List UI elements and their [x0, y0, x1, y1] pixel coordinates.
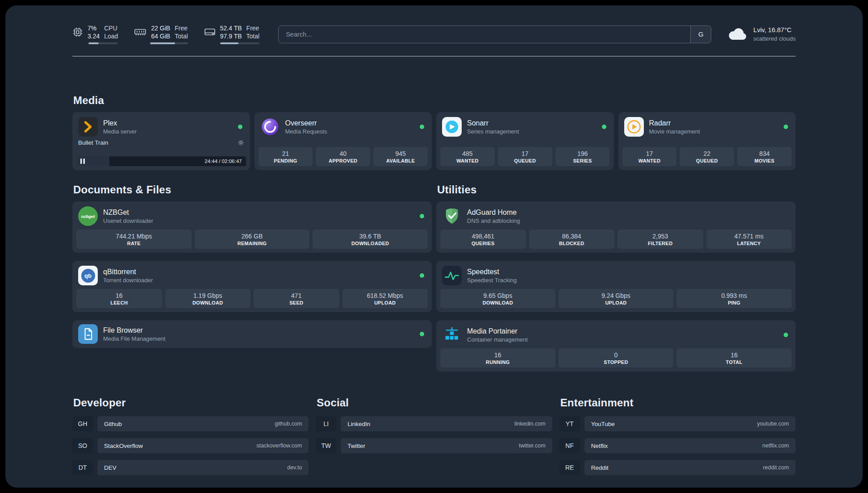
memory-label-2: Total	[175, 32, 188, 40]
service-name: AdGuard Home	[467, 208, 520, 217]
service-name: Radarr	[649, 119, 700, 128]
speedtest-pulse-icon	[442, 266, 462, 285]
bookmark-youtube[interactable]: YT YouTube youtube.com	[559, 416, 796, 431]
bookmark-name: Github	[104, 421, 122, 427]
documents-section-title: Documents & Files	[73, 184, 432, 196]
nzbget-link[interactable]: nzbget NZBGet Usenet downloader	[76, 205, 428, 227]
stat-leech: 16 LEECH	[76, 289, 162, 308]
radarr-link[interactable]: Radarr Movie management	[622, 116, 792, 138]
cpu-label-2: Load	[104, 32, 118, 40]
memory-labels: Free Total	[175, 24, 188, 40]
qbittorrent-icon: qb	[78, 266, 98, 285]
status-indicator	[602, 125, 606, 129]
bookmark-abbr: RE	[559, 460, 580, 475]
bookmark-domain: linkedin.com	[514, 421, 545, 427]
status-indicator	[238, 125, 242, 129]
developer-section-title: Developer	[73, 397, 309, 409]
disk-widget: 52.4 TB 97.9 TB Free Total	[204, 24, 259, 44]
bookmark-github[interactable]: GH Github github.com	[72, 416, 309, 431]
adguard-stats: 498,461 QUERIES 86,384 BLOCKED 2,953 FIL…	[440, 230, 792, 249]
status-indicator	[420, 273, 424, 278]
sonarr-link[interactable]: Sonarr Series management	[440, 116, 610, 138]
nzbget-stats: 744.21 Mbps RATE 266 GB REMAINING 39.6 T…	[76, 230, 428, 249]
search-provider-button[interactable]: G	[690, 26, 711, 43]
stat-download: 9.65 Gbps DOWNLOAD	[440, 289, 555, 308]
card-speedtest: Speedtest Speedtest Tracking 9.65 Gbps D…	[436, 261, 796, 312]
bookmark-bar: LinkedIn linkedin.com	[341, 416, 552, 431]
disk-free: 52.4 TB	[220, 24, 242, 32]
bookmarks-entertainment: Entertainment YT YouTube youtube.com NF …	[559, 397, 796, 482]
now-playing-title: Bullet Train	[78, 139, 108, 146]
cpu-values: 7% 3.24	[88, 24, 100, 40]
bookmark-name: Reddit	[591, 464, 609, 471]
bookmarks-developer: Developer GH Github github.com SO StackO…	[72, 397, 309, 482]
portainer-crane-icon	[442, 325, 462, 345]
social-section-title: Social	[317, 397, 552, 409]
cpu-widget: 7% 3.24 CPU Load	[72, 24, 118, 44]
bookmark-netflix[interactable]: NF Netflix netflix.com	[559, 438, 796, 453]
cpu-progress-fill	[88, 42, 99, 44]
pause-icon[interactable]	[80, 159, 85, 164]
bookmark-dev[interactable]: DT DEV dev.to	[72, 460, 309, 475]
cpu-usage: 7%	[88, 24, 100, 32]
gear-icon[interactable]	[238, 139, 244, 146]
disk-progress-fill	[220, 42, 239, 44]
disk-progress-bar	[220, 42, 259, 44]
service-name: Overseerr	[285, 119, 327, 128]
nzbget-icon-text: nzbget	[81, 214, 95, 219]
weather-location: Lviv, 16.87°C	[753, 26, 796, 35]
playback-progress-bar: 24:44 / 02:06:47	[76, 156, 246, 166]
bookmark-domain: dev.to	[287, 464, 302, 471]
stat-latency: 47.571 ms LATENCY	[706, 230, 792, 249]
search-input[interactable]	[279, 26, 690, 43]
status-indicator	[420, 332, 424, 336]
cpu-icon	[72, 27, 83, 38]
bookmark-abbr: DT	[72, 460, 93, 475]
card-radarr: Radarr Movie management 17 WANTED 22 QUE…	[618, 112, 796, 170]
stat-rate: 744.21 Mbps RATE	[76, 230, 192, 249]
portainer-link[interactable]: Media Portainer Container management	[440, 324, 792, 346]
plex-link[interactable]: Plex Media server	[76, 116, 246, 138]
bookmark-abbr: NF	[559, 438, 580, 453]
bookmark-stackoverflow[interactable]: SO StackOverflow stackoverflow.com	[72, 438, 309, 453]
bookmark-domain: youtube.com	[757, 421, 789, 427]
speedtest-link[interactable]: Speedtest Speedtest Tracking	[440, 265, 792, 286]
status-indicator	[784, 125, 788, 129]
service-subtitle: Series management	[467, 128, 519, 135]
weather-condition: scattered clouds	[753, 35, 796, 43]
cpu-labels: CPU Load	[104, 24, 118, 40]
qbittorrent-icon-text: qb	[84, 272, 92, 279]
stat-series: 196 SERIES	[555, 147, 610, 166]
bookmark-abbr: YT	[559, 416, 580, 431]
service-subtitle: Container management	[467, 336, 528, 343]
overseerr-link[interactable]: Overseerr Media Requests	[259, 116, 428, 138]
top-bar: 7% 3.24 CPU Load	[72, 24, 796, 44]
disk-label-1: Free	[246, 24, 260, 32]
bookmark-domain: stackoverflow.com	[256, 443, 302, 449]
stat-queries: 498,461 QUERIES	[440, 230, 526, 249]
bookmark-name: LinkedIn	[347, 421, 370, 427]
service-name: File Browser	[103, 326, 165, 335]
service-subtitle: Speedtest Tracking	[467, 277, 517, 284]
bookmark-reddit[interactable]: RE Reddit reddit.com	[559, 460, 796, 475]
bookmark-abbr: SO	[72, 438, 93, 453]
stat-wanted: 17 WANTED	[622, 147, 677, 166]
adguard-link[interactable]: AdGuard Home DNS and adblocking	[440, 205, 792, 227]
stat-filtered: 2,953 FILTERED	[618, 230, 703, 249]
qbittorrent-link[interactable]: qb qBittorrent Torrent downloader	[76, 265, 428, 286]
qbittorrent-stats: 16 LEECH 1.19 Gbps DOWNLOAD 471 SEED	[76, 289, 428, 308]
service-name: Sonarr	[467, 119, 519, 128]
bookmark-bar: DEV dev.to	[97, 460, 309, 475]
filebrowser-link[interactable]: File Browser Media File Management	[76, 323, 428, 345]
bookmark-linkedin[interactable]: LI LinkedIn linkedin.com	[316, 416, 552, 431]
service-subtitle: DNS and adblocking	[467, 217, 520, 225]
bookmark-twitter[interactable]: TW Twitter twitter.com	[316, 438, 552, 453]
disk-icon	[204, 27, 216, 38]
stat-remaining: 266 GB REMAINING	[195, 230, 310, 249]
cpu-load: 3.24	[88, 32, 100, 40]
bookmark-name: Twitter	[347, 443, 365, 449]
stat-stopped: 0 STOPPED	[559, 348, 674, 368]
entertainment-section-title: Entertainment	[560, 397, 796, 409]
service-name: NZBGet	[103, 208, 153, 217]
nzbget-icon: nzbget	[78, 206, 98, 226]
